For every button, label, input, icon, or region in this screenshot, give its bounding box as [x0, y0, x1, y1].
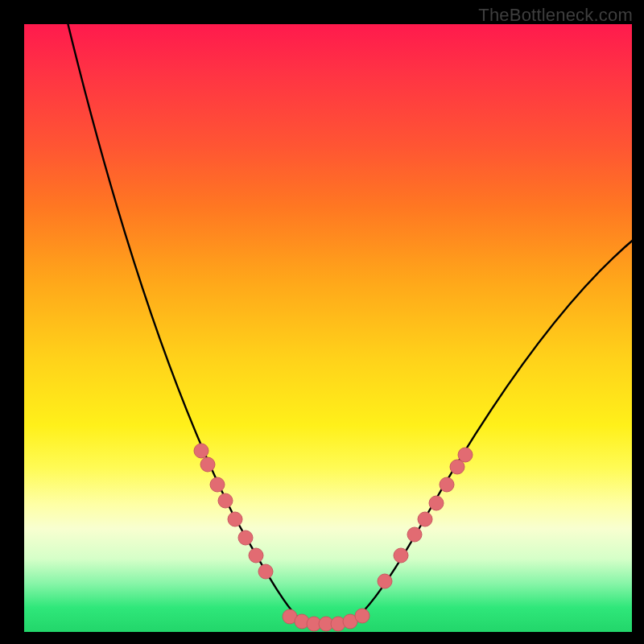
data-point [200, 457, 215, 472]
data-point [355, 609, 369, 623]
curve-lines [66, 16, 636, 624]
data-point [458, 448, 473, 462]
data-point [249, 548, 263, 563]
data-point [238, 530, 253, 545]
data-point [258, 564, 273, 579]
data-point [378, 574, 392, 588]
curve-right-curve [330, 237, 636, 624]
data-point [429, 496, 444, 510]
chart-frame: TheBottleneck.com [0, 0, 644, 644]
data-point [218, 493, 233, 508]
data-point [407, 527, 422, 542]
data-point [194, 444, 208, 458]
data-point [210, 477, 225, 492]
data-point [394, 548, 408, 563]
data-point [228, 512, 242, 526]
data-point [418, 512, 432, 526]
data-markers [194, 444, 473, 631]
plot-area [24, 24, 632, 632]
watermark-text: TheBottleneck.com [478, 5, 633, 26]
data-point [440, 477, 454, 492]
chart-svg [24, 24, 632, 632]
curve-left-curve [66, 16, 330, 624]
